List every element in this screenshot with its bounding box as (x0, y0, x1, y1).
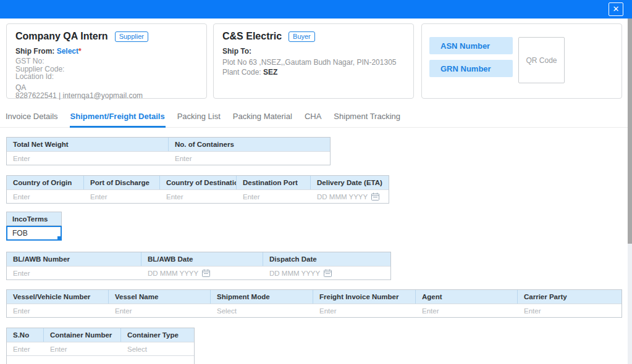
port-of-discharge-input[interactable]: Enter (84, 190, 160, 203)
bl-awb-number-input[interactable]: Enter (7, 267, 141, 279)
s-no-input[interactable]: Enter (7, 342, 44, 355)
contact-name: QA (15, 84, 198, 93)
vessel-table: Vessel/Vehicle Number Vessel Name Shipme… (6, 289, 622, 318)
buyer-name: C&S Electric (222, 31, 282, 42)
table-row: Enter DD MMM YYYY DD MMM YYYY (7, 266, 390, 279)
calendar-icon[interactable] (324, 269, 332, 277)
freight-invoice-number-input[interactable]: Enter (313, 304, 416, 317)
route-table: Country of Origin Port of Discharge Coun… (6, 175, 389, 204)
tab-packing-material[interactable]: Packing Material (232, 110, 293, 127)
ship-from-label: Ship From: (15, 47, 54, 56)
container-number-input[interactable]: Enter (44, 342, 121, 355)
ship-to-label: Ship To: (222, 47, 405, 56)
col-agent: Agent (416, 290, 518, 304)
col-dispatch-date: Dispatch Date (263, 252, 390, 266)
plant-code-value: SEZ (263, 68, 277, 77)
country-of-destination-input[interactable]: Enter (160, 190, 237, 203)
table-row-empty (7, 355, 194, 364)
country-of-origin-input[interactable]: Enter (7, 190, 84, 203)
col-freight-invoice-number: Freight Invoice Number (313, 290, 416, 304)
grn-number-chip: GRN Number (429, 60, 513, 77)
tab-invoice-details[interactable]: Invoice Details (5, 110, 59, 127)
weight-table: Total Net Weight No. of Containers Enter… (6, 137, 331, 165)
header-cards: Company QA Intern Supplier Ship From: Se… (6, 23, 626, 99)
shipment-mode-select[interactable]: Select (211, 304, 313, 317)
col-country-of-destination: Country of Destination (160, 176, 237, 189)
scrollbar-thumb[interactable] (628, 19, 632, 244)
col-incoterms: IncoTerms (6, 212, 62, 226)
tab-packing-list[interactable]: Packing List (177, 110, 221, 127)
col-vessel-name: Vessel Name (109, 290, 211, 304)
calendar-icon[interactable] (202, 269, 210, 277)
table-row: Enter Enter Enter Enter DD MMM YYYY (7, 189, 389, 203)
col-bl-awb-number: BL/AWB Number (7, 252, 141, 266)
supplier-name: Company QA Intern (15, 31, 108, 42)
delivery-date-input[interactable]: DD MMM YYYY (311, 190, 389, 203)
tab-shipment-tracking[interactable]: Shipment Tracking (333, 110, 401, 127)
col-bl-awb-date: BL/AWB Date (141, 252, 263, 266)
col-total-net-weight: Total Net Weight (7, 138, 169, 151)
tab-shipment-freight-details[interactable]: Shipment/Freight Details (70, 110, 166, 127)
carrier-party-input[interactable]: Enter (518, 304, 621, 317)
ship-to-address: Plot No 63 ,NSEZ,,Gautam Budh Nagar, PIN… (222, 58, 405, 67)
vessel-vehicle-number-input[interactable]: Enter (7, 304, 109, 317)
ship-from-select-link[interactable]: Select (57, 47, 78, 56)
contact-detail: 8287622541 | internqa1@yopmail.com (15, 92, 198, 101)
col-vessel-vehicle-number: Vessel/Vehicle Number (7, 290, 109, 304)
table-row: Enter Enter (7, 151, 330, 165)
col-container-type: Container Type (121, 328, 194, 342)
incoterms-input[interactable]: FOB (6, 226, 62, 241)
supplier-card: Company QA Intern Supplier Ship From: Se… (6, 23, 207, 99)
col-destination-port: Destination Port (237, 176, 311, 189)
buyer-badge: Buyer (289, 31, 315, 42)
vertical-scrollbar[interactable] (628, 19, 632, 364)
col-container-number: Container Number (44, 328, 121, 342)
dispatch-date-input[interactable]: DD MMM YYYY (263, 267, 390, 279)
tab-bar: Invoice Details Shipment/Freight Details… (0, 110, 632, 128)
bl-awb-date-input[interactable]: DD MMM YYYY (141, 267, 263, 279)
buyer-card: C&S Electric Buyer Ship To: Plot No 63 ,… (213, 23, 414, 99)
bl-awb-table: BL/AWB Number BL/AWB Date Dispatch Date … (6, 252, 391, 280)
col-s-no: S.No (7, 328, 44, 342)
vessel-name-input[interactable]: Enter (109, 304, 211, 317)
supplier-badge: Supplier (115, 31, 148, 42)
qr-code-placeholder: QR Code (518, 37, 565, 83)
plant-code-label: Plant Code: (222, 68, 261, 77)
container-type-select[interactable]: Select (121, 342, 194, 355)
col-port-of-discharge: Port of Discharge (84, 176, 160, 189)
table-row: Enter Enter Select Enter Enter Enter (7, 304, 621, 317)
container-table: S.No Container Number Container Type Ent… (6, 328, 195, 364)
total-net-weight-input[interactable]: Enter (7, 152, 169, 165)
reference-card: ASN Number GRN Number QR Code (421, 23, 622, 99)
modal-titlebar: ✕ (0, 0, 632, 19)
gst-label: GST No: (15, 57, 198, 65)
required-asterisk: * (78, 47, 82, 56)
col-no-of-containers: No. of Containers (169, 138, 330, 151)
col-carrier-party: Carrier Party (518, 290, 621, 304)
destination-port-input[interactable]: Enter (237, 190, 311, 203)
table-row: Enter Enter Select (7, 342, 194, 355)
calendar-icon[interactable] (371, 192, 379, 201)
no-of-containers-input[interactable]: Enter (169, 152, 330, 165)
location-id-label: Location Id: (15, 73, 198, 81)
tab-cha[interactable]: CHA (304, 110, 322, 127)
col-shipment-mode: Shipment Mode (211, 290, 313, 304)
agent-input[interactable]: Enter (416, 304, 518, 317)
close-icon[interactable]: ✕ (609, 2, 623, 16)
col-country-of-origin: Country of Origin (7, 176, 84, 189)
col-delivery-date-eta: Delivery Date (ETA) (311, 176, 389, 189)
incoterms-table: IncoTerms FOB (6, 212, 62, 241)
asn-number-chip: ASN Number (429, 37, 513, 54)
